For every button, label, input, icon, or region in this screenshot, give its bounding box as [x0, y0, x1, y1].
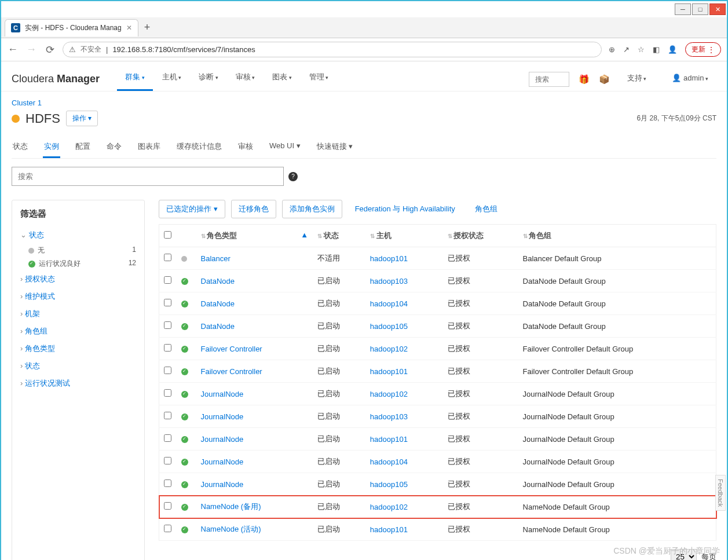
reload-button[interactable]: ⟳ [44, 43, 56, 56]
role-link[interactable]: DataNode [201, 322, 235, 331]
cm-nav-item[interactable]: 审核 [228, 67, 264, 91]
address-bar[interactable]: ⚠ 不安全 | 192.168.5.8:7180/cmf/services/7/… [63, 42, 602, 57]
browser-tab[interactable]: C 实例 - HDFS - Cloudera Manag ✕ [5, 19, 138, 36]
host-link[interactable]: hadoop105 [370, 322, 408, 331]
host-link[interactable]: hadoop101 [370, 435, 408, 444]
extensions-icon[interactable]: ◧ [653, 45, 660, 54]
service-tab[interactable]: 命令 [105, 137, 123, 158]
filter-group[interactable]: 状态 [20, 357, 136, 375]
service-tab[interactable]: 缓存统计信息 [175, 137, 223, 158]
row-checkbox[interactable] [164, 254, 171, 261]
host-link[interactable]: hadoop104 [370, 457, 408, 466]
filter-group[interactable]: 运行状况测试 [20, 375, 136, 392]
row-checkbox[interactable] [164, 480, 171, 487]
window-close-button[interactable]: ✕ [709, 3, 726, 15]
host-link[interactable]: hadoop102 [370, 503, 408, 511]
role-link[interactable]: Balancer [201, 254, 231, 263]
filter-group[interactable]: 角色类型 [20, 340, 136, 357]
cm-nav-item[interactable]: 主机 [154, 67, 190, 91]
filter-item-none[interactable]: 无 1 [20, 244, 136, 257]
row-checkbox[interactable] [164, 434, 171, 442]
window-minimize-button[interactable]: ─ [675, 3, 691, 15]
filter-group[interactable]: 维护模式 [20, 288, 136, 305]
host-link[interactable]: hadoop102 [370, 390, 408, 398]
service-ops-button[interactable]: 操作 ▾ [66, 111, 98, 126]
role-link[interactable]: NameNode (活动) [201, 525, 261, 533]
role-link[interactable]: Failover Controller [201, 367, 262, 376]
role-link[interactable]: Failover Controller [201, 345, 262, 353]
row-checkbox[interactable] [164, 389, 171, 397]
role-link[interactable]: DataNode [201, 299, 235, 308]
service-tab[interactable]: 图表库 [137, 137, 162, 158]
col-host[interactable]: 主机 [376, 231, 392, 240]
cm-logo[interactable]: Cloudera Manager [12, 73, 100, 85]
cluster-link[interactable]: Cluster 1 [12, 98, 42, 107]
role-link[interactable]: JournalNode [201, 457, 244, 466]
host-link[interactable]: hadoop101 [370, 367, 408, 376]
host-link[interactable]: hadoop101 [370, 254, 408, 263]
service-tab[interactable]: 快速链接 ▾ [316, 137, 354, 158]
host-link[interactable]: hadoop103 [370, 412, 408, 421]
role-link[interactable]: JournalNode [201, 390, 244, 398]
role-link[interactable]: JournalNode [201, 435, 244, 444]
cm-nav-item[interactable]: 诊断 [191, 67, 226, 91]
admin-menu[interactable]: 👤 admin [664, 69, 716, 89]
host-link[interactable]: hadoop101 [370, 525, 408, 534]
filter-group[interactable]: 角色组 [20, 323, 136, 340]
select-all-checkbox[interactable] [164, 231, 171, 239]
col-status[interactable]: 状态 [324, 231, 339, 240]
host-link[interactable]: hadoop103 [370, 277, 408, 286]
row-checkbox[interactable] [164, 344, 171, 352]
col-roletype[interactable]: 角色类型 [207, 231, 237, 240]
cm-nav-item[interactable]: 管理 [301, 67, 337, 91]
federation-link[interactable]: Federation 与 High Availability [348, 200, 462, 218]
service-tab[interactable]: 审核 [237, 137, 254, 158]
zoom-icon[interactable]: ⊕ [609, 45, 615, 54]
row-checkbox[interactable] [164, 367, 171, 374]
filter-item-good[interactable]: 运行状况良好 12 [20, 257, 136, 270]
row-checkbox[interactable] [164, 321, 171, 329]
instance-search-input[interactable] [12, 167, 284, 186]
cm-nav-item[interactable]: 群集 [117, 67, 153, 91]
help-icon[interactable]: ? [288, 172, 298, 181]
forward-button[interactable]: → [25, 43, 37, 56]
service-tab[interactable]: 配置 [74, 137, 92, 158]
tab-close-icon[interactable]: ✕ [126, 24, 132, 32]
migrate-role-button[interactable]: 迁移角色 [231, 200, 276, 218]
back-button[interactable]: ← [7, 43, 19, 56]
header-search-input[interactable] [529, 72, 569, 87]
add-role-button[interactable]: 添加角色实例 [282, 200, 342, 218]
profile-icon[interactable]: 👤 [668, 45, 677, 54]
row-checkbox[interactable] [164, 502, 171, 510]
col-rolegroup[interactable]: 角色组 [529, 231, 551, 240]
role-link[interactable]: JournalNode [201, 412, 244, 421]
gift-icon[interactable]: 🎁 [579, 74, 590, 85]
role-link[interactable]: JournalNode [201, 480, 244, 489]
cm-nav-item[interactable]: 图表 [264, 67, 300, 91]
row-checkbox[interactable] [164, 299, 171, 306]
col-auth[interactable]: 授权状态 [453, 231, 484, 240]
parcel-icon[interactable]: 📦 [599, 74, 610, 85]
window-maximize-button[interactable]: □ [692, 3, 708, 15]
host-link[interactable]: hadoop102 [370, 345, 408, 353]
filter-group-status[interactable]: 状态 [20, 226, 136, 244]
new-tab-button[interactable]: + [138, 19, 156, 36]
support-menu[interactable]: 支持 [619, 68, 655, 90]
host-link[interactable]: hadoop105 [370, 480, 408, 489]
service-tab[interactable]: Web UI ▾ [268, 137, 302, 158]
row-checkbox[interactable] [164, 412, 171, 419]
share-icon[interactable]: ↗ [623, 45, 630, 54]
feedback-tab[interactable]: Feedback [715, 475, 726, 511]
service-tab[interactable]: 实例 [43, 137, 60, 158]
update-button[interactable]: 更新 ⋮ [685, 42, 721, 57]
row-checkbox[interactable] [164, 276, 171, 284]
row-checkbox[interactable] [164, 457, 171, 464]
role-link[interactable]: NameNode (备用) [201, 502, 261, 511]
filter-group[interactable]: 机架 [20, 305, 136, 323]
service-tab[interactable]: 状态 [12, 137, 29, 158]
role-link[interactable]: DataNode [201, 277, 235, 286]
filter-group[interactable]: 授权状态 [20, 270, 136, 288]
host-link[interactable]: hadoop104 [370, 299, 408, 308]
rolegroup-link[interactable]: 角色组 [468, 200, 504, 218]
bookmark-icon[interactable]: ☆ [638, 45, 645, 54]
